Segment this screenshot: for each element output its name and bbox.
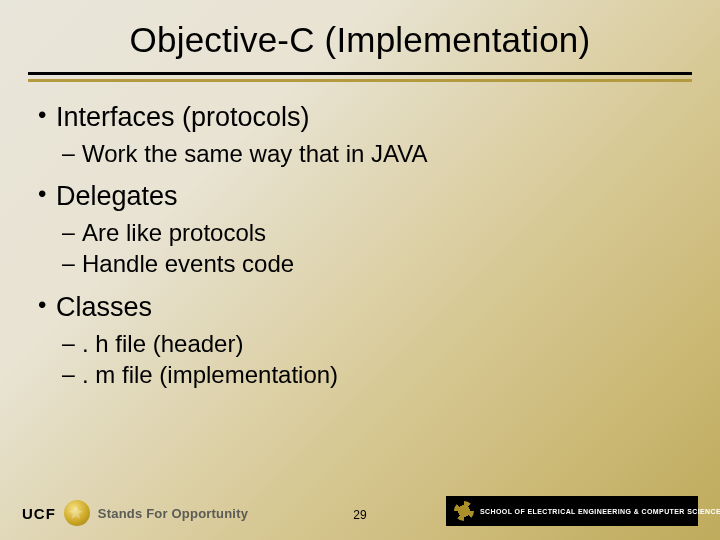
sub-list: . h file (header) . m file (implementati… <box>56 328 682 391</box>
bullet-text: Classes <box>56 292 152 322</box>
rule-gold <box>28 79 692 82</box>
list-item: Interfaces (protocols) Work the same way… <box>56 100 682 169</box>
pegasus-seal-icon <box>64 500 90 526</box>
sub-item: . m file (implementation) <box>82 359 682 391</box>
list-item: Delegates Are like protocols Handle even… <box>56 179 682 280</box>
sub-item: . h file (header) <box>82 328 682 360</box>
page-number: 29 <box>353 508 366 522</box>
sub-list: Are like protocols Handle events code <box>56 217 682 280</box>
bullet-text: Interfaces (protocols) <box>56 102 310 132</box>
bullet-text: Delegates <box>56 181 178 211</box>
sub-list: Work the same way that in JAVA <box>56 138 682 170</box>
footer: UCF Stands For Opportunity 29 SCHOOL OF … <box>0 488 720 530</box>
ucf-tagline: Stands For Opportunity <box>98 506 248 521</box>
content-area: Interfaces (protocols) Work the same way… <box>28 100 692 391</box>
list-item: Classes . h file (header) . m file (impl… <box>56 290 682 391</box>
department-seal-icon <box>454 501 474 521</box>
bullet-list: Interfaces (protocols) Work the same way… <box>38 100 682 391</box>
ucf-wordmark: UCF <box>22 505 56 522</box>
ucf-logo-block: UCF Stands For Opportunity <box>22 500 248 526</box>
sub-item: Work the same way that in JAVA <box>82 138 682 170</box>
slide-title: Objective-C (Implementation) <box>28 20 692 60</box>
department-badge: SCHOOL OF ELECTRICAL ENGINEERING & COMPU… <box>446 496 698 526</box>
title-rule <box>28 72 692 82</box>
sub-item: Handle events code <box>82 248 682 280</box>
sub-item: Are like protocols <box>82 217 682 249</box>
slide: Objective-C (Implementation) Interfaces … <box>0 0 720 540</box>
department-name: SCHOOL OF ELECTRICAL ENGINEERING & COMPU… <box>480 508 720 515</box>
